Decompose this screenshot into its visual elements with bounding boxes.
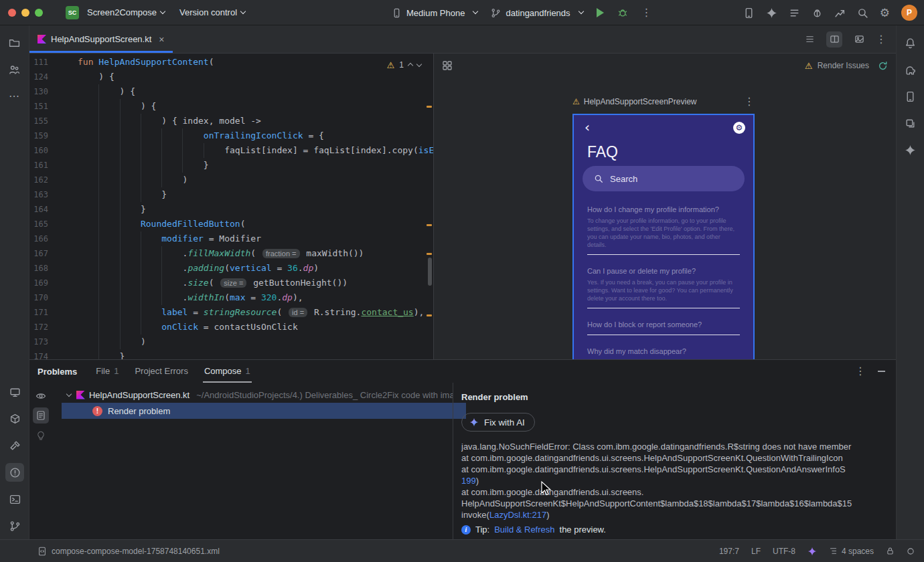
gradle-tool-button[interactable] xyxy=(901,60,920,79)
notifications-tool-button[interactable] xyxy=(901,33,920,52)
gemini-icon[interactable] xyxy=(766,7,777,19)
detail-view-button[interactable] xyxy=(33,407,49,424)
faq-question[interactable]: How do I block or report someone? xyxy=(587,320,740,329)
close-tab-icon[interactable]: × xyxy=(159,34,164,45)
error-stripe-mark[interactable] xyxy=(427,224,432,226)
device-manager-tool-button[interactable] xyxy=(901,87,920,106)
code-line[interactable]: label = stringResource( id = R.string.co… xyxy=(78,305,433,320)
user-avatar[interactable]: P xyxy=(901,5,917,21)
refresh-icon[interactable] xyxy=(878,61,888,71)
render-problem-row[interactable]: ! Render problem xyxy=(62,403,466,419)
hide-tool-window-icon[interactable] xyxy=(878,371,885,372)
minimize-window-button[interactable] xyxy=(21,9,29,17)
quickfix-button[interactable] xyxy=(33,427,49,443)
services-tool-button[interactable] xyxy=(5,409,24,428)
run-configuration-selector[interactable]: datingandfriends xyxy=(491,8,583,18)
line-separator-widget[interactable]: LF xyxy=(751,547,761,556)
gemini-tool-button[interactable] xyxy=(901,140,920,159)
debug-button[interactable] xyxy=(617,7,628,18)
next-problem-icon[interactable] xyxy=(416,61,422,66)
code-line[interactable]: ) { xyxy=(78,70,433,84)
code-line[interactable]: .padding(vertical = 36.dp) xyxy=(78,261,433,276)
code-line[interactable]: modifier = Modifier xyxy=(78,231,433,246)
error-stripe-mark[interactable] xyxy=(427,253,432,255)
phone-preview[interactable]: ‹ ⚙ FAQ Search How do I change my profil… xyxy=(572,114,755,359)
faq-question[interactable]: Why did my match disappear? xyxy=(587,347,740,356)
vcs-menu[interactable]: Version control xyxy=(179,7,245,17)
code-line[interactable]: ) { xyxy=(78,84,433,99)
code-editor[interactable]: 1111241301511551591601611621631641651661… xyxy=(29,54,434,359)
commit-tool-button[interactable] xyxy=(5,60,24,79)
search-icon[interactable] xyxy=(857,7,868,19)
code-line[interactable]: onTrailingIconClick = { xyxy=(78,128,433,143)
stack-link[interactable]: 199 xyxy=(461,476,476,486)
device-manager-icon[interactable] xyxy=(743,7,755,19)
expanded-chevron-icon[interactable] xyxy=(66,391,72,397)
previous-problem-icon[interactable] xyxy=(408,63,413,68)
code-line[interactable]: RoundedFilledButton( xyxy=(78,217,433,231)
logcat-icon[interactable] xyxy=(789,7,800,19)
code-line[interactable]: fun HelpAndSupportContent( xyxy=(78,55,433,70)
more-tool-windows-button[interactable]: ⋯ xyxy=(5,87,24,106)
stack-link[interactable]: LazyDsl.kt:217 xyxy=(489,510,546,520)
tool-window-options-icon[interactable]: ⋮ xyxy=(855,366,866,377)
error-stripe-mark[interactable] xyxy=(427,314,432,316)
tool-tab-compose[interactable]: Compose1 xyxy=(196,360,258,383)
error-stripe-mark[interactable] xyxy=(427,106,432,108)
fix-with-ai-button[interactable]: Fix with AI xyxy=(461,413,535,432)
close-window-button[interactable] xyxy=(8,9,16,17)
code-line[interactable]: } xyxy=(78,202,433,217)
preview-menu-icon[interactable]: ⋮ xyxy=(744,96,755,107)
build-refresh-link[interactable]: Build & Refresh xyxy=(494,525,554,535)
design-view-button[interactable] xyxy=(851,31,867,48)
split-view-button[interactable] xyxy=(826,31,842,48)
problems-file-row[interactable]: HelpAndSupportScreen.kt ~/AndroidStudioP… xyxy=(52,387,453,403)
tool-tab-project-errors[interactable]: Project Errors xyxy=(127,360,196,383)
version-control-tool-button[interactable] xyxy=(5,517,24,535)
preview-visibility-button[interactable] xyxy=(33,388,49,404)
profiler-icon[interactable] xyxy=(834,7,846,19)
indent-widget[interactable]: 4 spaces xyxy=(829,547,874,556)
editor-tab[interactable]: HelpAndSupportScreen.kt × xyxy=(29,25,173,53)
build-tool-button[interactable] xyxy=(5,436,24,455)
code-line[interactable]: onClick = contactUsOnClick xyxy=(78,320,433,335)
editor-options-icon[interactable]: ⋮ xyxy=(876,34,887,45)
code-line[interactable]: ) { xyxy=(78,99,433,114)
faq-question[interactable]: How do I change my profile information? xyxy=(587,205,740,214)
code-line[interactable]: .widthIn(max = 320.dp), xyxy=(78,290,433,305)
project-menu[interactable]: Screen2Compose xyxy=(87,7,165,17)
device-selector[interactable]: Medium Phone xyxy=(392,8,477,18)
running-devices-tool-button[interactable] xyxy=(5,383,24,401)
code-view-button[interactable] xyxy=(801,31,818,48)
code-line[interactable]: ) xyxy=(78,335,433,349)
code-line[interactable]: } xyxy=(78,158,433,173)
tool-tab-file[interactable]: File1 xyxy=(88,360,127,383)
faq-question[interactable]: Can I pause or delete my profile? xyxy=(587,266,740,276)
code-line[interactable]: ) xyxy=(78,173,433,187)
project-tool-button[interactable] xyxy=(5,33,24,52)
terminal-tool-button[interactable] xyxy=(5,490,24,508)
code-line[interactable]: ) { index, model -> xyxy=(78,114,433,128)
code-line[interactable]: faqList[index] = faqList[index].copy(isE xyxy=(78,143,433,158)
resource-manager-tool-button[interactable] xyxy=(901,114,920,132)
app-inspection-icon[interactable] xyxy=(812,7,823,19)
code-line[interactable]: } xyxy=(78,187,433,202)
editor-scrollbar[interactable] xyxy=(428,258,432,286)
encoding-widget[interactable]: UTF-8 xyxy=(773,547,795,556)
lock-icon[interactable] xyxy=(886,547,895,555)
render-issues-widget[interactable]: ⚠ Render Issues xyxy=(805,61,888,71)
code-line[interactable]: .size( size = getButtonHeight()) xyxy=(78,276,433,290)
more-actions-button[interactable]: ⋮ xyxy=(641,7,652,18)
ai-status-icon[interactable] xyxy=(807,547,817,556)
code-line[interactable]: } xyxy=(78,349,433,359)
indicator-icon[interactable] xyxy=(907,547,915,555)
caret-position-widget[interactable]: 197:7 xyxy=(719,547,739,556)
code-line[interactable]: .fillMaxWidth( fraction = maxWidth()) xyxy=(78,246,433,261)
run-button[interactable] xyxy=(597,8,604,17)
preview-gallery-icon[interactable] xyxy=(442,60,453,71)
problems-tool-button[interactable] xyxy=(5,463,24,482)
settings-gear-icon[interactable]: ⚙ xyxy=(880,7,890,19)
zoom-window-button[interactable] xyxy=(35,9,43,17)
inspections-widget[interactable]: ⚠ 1 xyxy=(384,59,424,71)
status-file-widget[interactable]: compose-compose-model-1758748140651.xml xyxy=(37,547,220,556)
